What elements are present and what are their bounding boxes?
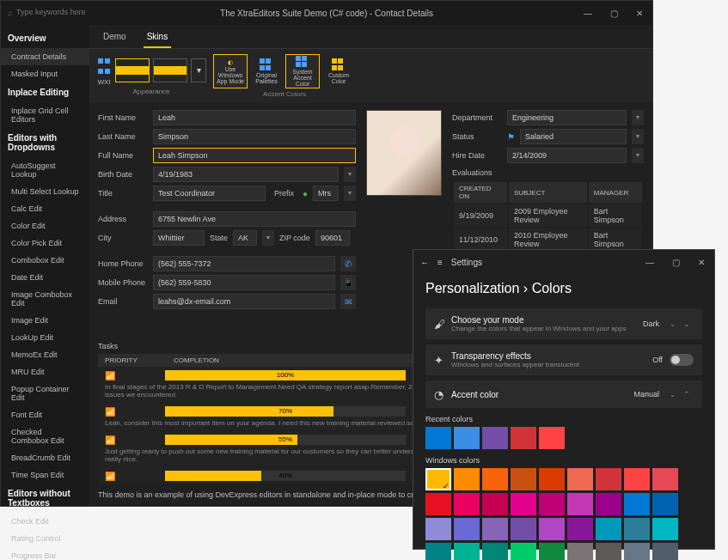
- color-swatch[interactable]: [511, 518, 536, 540]
- sidebar-item[interactable]: Masked Input: [1, 65, 89, 82]
- tab-demo[interactable]: Demo: [100, 28, 130, 48]
- last-name-input[interactable]: [153, 129, 356, 144]
- minimize-button[interactable]: —: [637, 250, 663, 274]
- color-swatch[interactable]: [511, 493, 536, 515]
- color-swatch[interactable]: [567, 518, 593, 540]
- zip-input[interactable]: [315, 230, 350, 246]
- color-swatch[interactable]: [539, 493, 565, 515]
- original-palettes-button[interactable]: Original Palettes: [249, 54, 284, 88]
- color-swatch[interactable]: [567, 468, 593, 490]
- sidebar-item[interactable]: MRU Edit: [1, 363, 89, 380]
- chevron-down-icon[interactable]: ▾: [632, 110, 644, 125]
- sidebar-item[interactable]: Image Combobox Edit: [1, 286, 89, 312]
- home-phone-input[interactable]: [153, 256, 335, 271]
- color-swatch[interactable]: [454, 543, 480, 560]
- color-swatch[interactable]: [425, 468, 451, 490]
- sidebar-item[interactable]: Color Pick Edit: [1, 234, 89, 252]
- sidebar-item[interactable]: LookUp Edit: [1, 329, 89, 346]
- col-subject[interactable]: SUBJECT: [509, 182, 587, 203]
- tab-skins[interactable]: Skins: [144, 28, 171, 48]
- transparency-row[interactable]: ✦ Transparency effects Windows and surfa…: [425, 344, 702, 375]
- chevron-down-icon[interactable]: ▾: [262, 230, 274, 246]
- chevron-up-icon[interactable]: ⌃: [680, 390, 694, 399]
- sidebar-item[interactable]: AutoSuggest Lookup: [1, 157, 89, 183]
- close-button[interactable]: ✕: [688, 250, 714, 274]
- state-input[interactable]: [233, 230, 257, 246]
- sidebar-item[interactable]: Date Edit: [1, 269, 89, 286]
- maximize-button[interactable]: ▢: [601, 1, 627, 25]
- skin-swatch-1[interactable]: [115, 58, 150, 82]
- maximize-button[interactable]: ▢: [663, 250, 688, 274]
- menu-icon[interactable]: ≡: [437, 258, 451, 267]
- system-accent-button[interactable]: System Accent Color: [285, 54, 320, 88]
- chevron-down-icon[interactable]: ▾: [344, 167, 356, 182]
- chevron-down-icon[interactable]: ▾: [344, 186, 356, 201]
- address-input[interactable]: [153, 211, 356, 227]
- sidebar-item[interactable]: BreadCrumb Edit: [1, 449, 89, 466]
- city-input[interactable]: [153, 230, 205, 246]
- dept-input[interactable]: [507, 110, 627, 125]
- color-swatch[interactable]: [652, 468, 678, 490]
- sidebar-item[interactable]: Time Span Edit: [1, 466, 89, 484]
- mobile-icon[interactable]: 📱: [340, 275, 356, 290]
- table-row[interactable]: 11/12/20102010 Employee ReviewBart Simps…: [454, 228, 642, 251]
- color-swatch[interactable]: [454, 427, 480, 449]
- skin-swatch-3[interactable]: ▾: [191, 58, 206, 82]
- birth-date-input[interactable]: [153, 167, 339, 182]
- chevron-down-icon[interactable]: ⌄: [666, 390, 680, 399]
- sidebar-item[interactable]: MemoEx Edit: [1, 346, 89, 363]
- sidebar-item[interactable]: Popup Container Edit: [1, 380, 89, 406]
- search-input[interactable]: [16, 8, 85, 16]
- color-swatch[interactable]: [624, 493, 650, 515]
- color-swatch[interactable]: [425, 493, 451, 515]
- first-name-input[interactable]: [153, 110, 356, 125]
- color-swatch[interactable]: [511, 427, 536, 449]
- sidebar-item[interactable]: Contract Details: [1, 48, 89, 65]
- col-created[interactable]: CREATED ON: [454, 182, 507, 203]
- sidebar-item[interactable]: Check Edit: [1, 513, 89, 530]
- color-swatch[interactable]: [596, 543, 621, 560]
- wxi-button[interactable]: WXI: [96, 54, 112, 86]
- color-swatch[interactable]: [652, 493, 678, 515]
- col-manager[interactable]: MANAGER: [589, 182, 642, 203]
- color-swatch[interactable]: [624, 468, 650, 490]
- color-swatch[interactable]: [596, 468, 621, 490]
- accent-color-row[interactable]: ◔ Accent color Manual ⌄ ⌃: [425, 380, 702, 408]
- color-swatch[interactable]: [425, 427, 451, 449]
- close-button[interactable]: ✕: [627, 1, 652, 25]
- title-input[interactable]: [153, 186, 266, 201]
- sidebar-item[interactable]: Color Edit: [1, 217, 89, 234]
- custom-color-button[interactable]: Custom Color: [321, 54, 356, 88]
- color-swatch[interactable]: [482, 518, 508, 540]
- use-windows-mode-button[interactable]: ◐ Use Windows App Mode: [213, 54, 248, 88]
- color-swatch[interactable]: [454, 518, 480, 540]
- sidebar-item[interactable]: Combobox Edit: [1, 252, 89, 269]
- search-box[interactable]: ⌕: [8, 4, 94, 20]
- chevron-down-icon[interactable]: ▾: [632, 129, 644, 144]
- color-swatch[interactable]: [425, 543, 451, 560]
- color-swatch[interactable]: [482, 543, 508, 560]
- sidebar-item[interactable]: Image Edit: [1, 312, 89, 329]
- sidebar-item[interactable]: Multi Select Lookup: [1, 183, 89, 200]
- mode-value[interactable]: Dark: [636, 317, 666, 331]
- mail-icon[interactable]: ✉: [340, 294, 356, 309]
- col-priority[interactable]: PRIORITY: [105, 356, 174, 364]
- status-input[interactable]: [520, 129, 627, 144]
- color-swatch[interactable]: [539, 468, 565, 490]
- color-swatch[interactable]: [596, 493, 621, 515]
- color-swatch[interactable]: [482, 468, 508, 490]
- color-swatch[interactable]: [567, 493, 593, 515]
- chevron-down-icon[interactable]: ⌄: [680, 320, 694, 328]
- color-swatch[interactable]: [511, 468, 536, 490]
- col-completion[interactable]: COMPLETION: [174, 356, 219, 364]
- hire-date-input[interactable]: [507, 148, 627, 163]
- color-swatch[interactable]: [652, 518, 678, 540]
- color-swatch[interactable]: [652, 543, 678, 560]
- color-swatch[interactable]: [596, 518, 621, 540]
- mobile-phone-input[interactable]: [153, 275, 335, 290]
- back-icon[interactable]: ←: [420, 258, 437, 267]
- color-swatch[interactable]: [482, 427, 508, 449]
- email-input[interactable]: [153, 294, 335, 309]
- table-row[interactable]: 9/19/20092009 Employee ReviewBart Simpso…: [454, 204, 642, 227]
- sidebar-item[interactable]: Inplace Grid Cell Editors: [1, 102, 89, 128]
